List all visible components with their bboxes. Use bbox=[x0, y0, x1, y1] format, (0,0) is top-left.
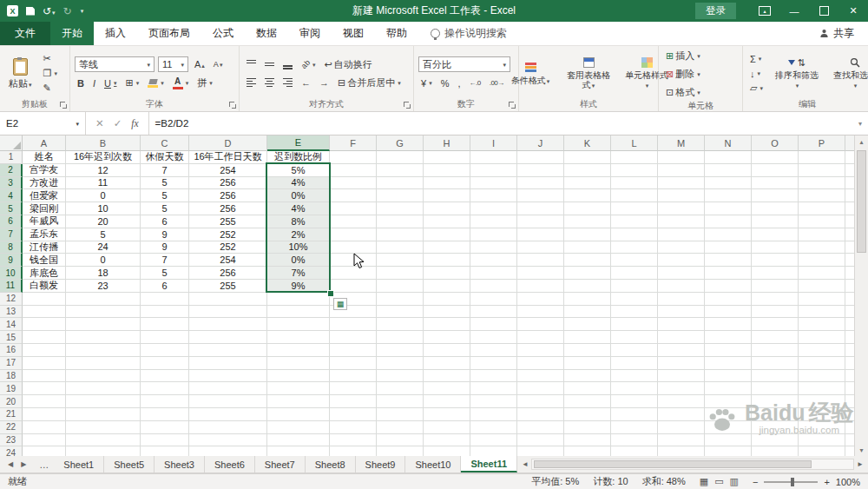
column-header-F[interactable]: F bbox=[330, 135, 377, 151]
cell-J15[interactable] bbox=[517, 331, 564, 344]
fill-handle[interactable] bbox=[327, 290, 334, 297]
insert-cells-button[interactable]: ⊞插入▾ bbox=[663, 49, 703, 63]
cell-A15[interactable] bbox=[23, 331, 66, 344]
cell-N10[interactable] bbox=[705, 267, 752, 280]
cell-G3[interactable] bbox=[377, 177, 424, 190]
column-header-J[interactable]: J bbox=[517, 135, 564, 151]
cell-H18[interactable] bbox=[424, 370, 470, 383]
column-header-E[interactable]: E bbox=[267, 135, 330, 151]
cell-J24[interactable] bbox=[517, 446, 564, 456]
column-header-H[interactable]: H bbox=[424, 135, 470, 151]
cell-H21[interactable] bbox=[424, 408, 470, 421]
cell-K19[interactable] bbox=[564, 382, 611, 395]
cell-B19[interactable] bbox=[66, 382, 141, 395]
cell-N7[interactable] bbox=[705, 228, 752, 241]
cell-E24[interactable] bbox=[267, 446, 330, 456]
cell-X22[interactable] bbox=[845, 421, 854, 434]
cell-K9[interactable] bbox=[564, 254, 611, 267]
cell-F5[interactable] bbox=[330, 202, 377, 215]
cell-J18[interactable] bbox=[517, 370, 564, 383]
cell-E22[interactable] bbox=[267, 421, 330, 434]
cell-L19[interactable] bbox=[611, 382, 658, 395]
tab-公式[interactable]: 公式 bbox=[201, 22, 245, 45]
cell-O23[interactable] bbox=[752, 434, 799, 447]
format-as-table-button[interactable]: 套用表格格式▾ bbox=[562, 56, 615, 90]
cell-F9[interactable] bbox=[330, 254, 377, 267]
cell-P13[interactable] bbox=[799, 306, 845, 319]
cell-L17[interactable] bbox=[611, 357, 658, 370]
cell-X12[interactable] bbox=[845, 293, 854, 306]
cell-O10[interactable] bbox=[752, 267, 799, 280]
cell-F14[interactable] bbox=[330, 318, 377, 331]
cell-J1[interactable] bbox=[517, 151, 564, 164]
cell-K8[interactable] bbox=[564, 241, 611, 254]
cell-D4[interactable]: 256 bbox=[189, 189, 267, 202]
column-header-M[interactable]: M bbox=[658, 135, 705, 151]
cell-F20[interactable] bbox=[330, 395, 377, 408]
accounting-format-button[interactable]: ¥▾ bbox=[418, 76, 435, 90]
cell-F3[interactable] bbox=[330, 177, 377, 190]
cell-J23[interactable] bbox=[517, 434, 564, 447]
cell-B11[interactable]: 23 bbox=[66, 280, 141, 293]
cell-D14[interactable] bbox=[189, 318, 267, 331]
cell-H9[interactable] bbox=[424, 254, 470, 267]
cell-F21[interactable] bbox=[330, 408, 377, 421]
cell-O7[interactable] bbox=[752, 228, 799, 241]
cell-X13[interactable] bbox=[845, 306, 854, 319]
sort-filter-button[interactable]: ⇅ 排序和筛选▾ bbox=[770, 56, 824, 90]
cell-A4[interactable]: 但爱家 bbox=[23, 189, 66, 202]
undo-button[interactable]: ↺▾ bbox=[43, 6, 56, 17]
column-header-B[interactable]: B bbox=[66, 135, 141, 151]
cell-E1[interactable]: 迟到数比例 bbox=[267, 151, 330, 164]
name-box[interactable]: E2▾ bbox=[0, 112, 86, 135]
cell-A23[interactable] bbox=[23, 434, 66, 447]
cell-D2[interactable]: 254 bbox=[189, 164, 267, 177]
cell-F2[interactable] bbox=[330, 164, 377, 177]
cell-P6[interactable] bbox=[799, 215, 845, 228]
zoom-slider-thumb[interactable] bbox=[791, 478, 794, 486]
cell-G13[interactable] bbox=[377, 306, 424, 319]
cell-F18[interactable] bbox=[330, 370, 377, 383]
cell-D21[interactable] bbox=[189, 408, 267, 421]
cell-A21[interactable] bbox=[23, 408, 66, 421]
column-header-G[interactable]: G bbox=[377, 135, 424, 151]
cell-X2[interactable] bbox=[845, 164, 854, 177]
bold-button[interactable]: B bbox=[75, 76, 87, 90]
cell-G12[interactable] bbox=[377, 293, 424, 306]
column-header-D[interactable]: D bbox=[189, 135, 267, 151]
cell-B14[interactable] bbox=[66, 318, 141, 331]
cell-X24[interactable] bbox=[845, 446, 854, 456]
cell-L7[interactable] bbox=[611, 228, 658, 241]
cell-L4[interactable] bbox=[611, 189, 658, 202]
cell-I13[interactable] bbox=[470, 306, 517, 319]
cell-K21[interactable] bbox=[564, 408, 611, 421]
page-break-view-icon[interactable]: ▥ bbox=[730, 476, 739, 487]
cell-A16[interactable] bbox=[23, 344, 66, 357]
cell-G5[interactable] bbox=[377, 202, 424, 215]
underline-button[interactable]: U▾ bbox=[102, 76, 119, 90]
row-header-20[interactable]: 20 bbox=[0, 395, 23, 408]
ribbon-display-options-button[interactable]: ▴ bbox=[750, 0, 779, 22]
cell-H8[interactable] bbox=[424, 241, 470, 254]
cell-H24[interactable] bbox=[424, 446, 470, 456]
cell-O16[interactable] bbox=[752, 344, 799, 357]
cell-D24[interactable] bbox=[189, 446, 267, 456]
cell-N18[interactable] bbox=[705, 370, 752, 383]
cell-L2[interactable] bbox=[611, 164, 658, 177]
cell-J4[interactable] bbox=[517, 189, 564, 202]
cell-C8[interactable]: 9 bbox=[141, 241, 189, 254]
column-header-I[interactable]: I bbox=[470, 135, 517, 151]
cell-C9[interactable]: 7 bbox=[141, 254, 189, 267]
cell-X7[interactable] bbox=[845, 228, 854, 241]
cell-I24[interactable] bbox=[470, 446, 517, 456]
column-header-K[interactable]: K bbox=[564, 135, 611, 151]
cell-M4[interactable] bbox=[658, 189, 705, 202]
cell-F15[interactable] bbox=[330, 331, 377, 344]
cell-P16[interactable] bbox=[799, 344, 845, 357]
sheet-tab-Sheet6[interactable]: Sheet6 bbox=[205, 456, 255, 472]
cell-B15[interactable] bbox=[66, 331, 141, 344]
cell-D17[interactable] bbox=[189, 357, 267, 370]
cell-J3[interactable] bbox=[517, 177, 564, 190]
cell-M22[interactable] bbox=[658, 421, 705, 434]
cell-N8[interactable] bbox=[705, 241, 752, 254]
